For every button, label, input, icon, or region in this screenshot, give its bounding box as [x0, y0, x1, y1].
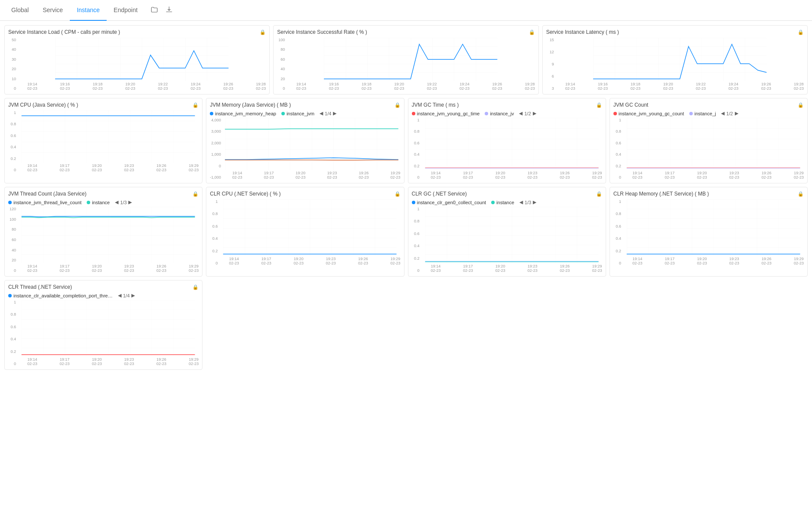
legend-dot	[412, 201, 415, 204]
lock-icon[interactable]: 🔒	[798, 29, 804, 35]
download-icon[interactable]	[163, 4, 175, 17]
legend: instance_clr_gen0_collect_count instance…	[412, 199, 602, 205]
tab-service[interactable]: Service	[36, 0, 70, 21]
legend: instance_jvm_memory_heap instance_jvm ◀ …	[210, 111, 400, 116]
chart-container: 50403020100 19:1402-23 19:	[8, 38, 266, 91]
chart-svg	[421, 118, 602, 170]
legend-item-instance: instance	[87, 200, 110, 205]
lock-icon[interactable]: 🔒	[596, 102, 602, 108]
panel-title: JVM GC Count	[613, 102, 649, 108]
legend-item-young-count: instance_jvm_young_gc_count	[613, 111, 684, 116]
chart-inner: 19:1402-23 19:1602-23 19:1802-23 19:2002…	[287, 38, 535, 91]
row-1: Service Instance Load ( CPM - calls per …	[4, 25, 808, 95]
prev-btn[interactable]: ◀	[519, 199, 523, 205]
lock-icon[interactable]: 🔒	[395, 191, 401, 197]
prev-btn[interactable]: ◀	[118, 293, 121, 298]
y-axis: 10.80.60.40.20	[412, 118, 421, 179]
lock-icon[interactable]: 🔒	[596, 191, 602, 197]
prev-btn[interactable]: ◀	[519, 111, 522, 116]
next-btn[interactable]: ▶	[131, 293, 135, 298]
next-btn[interactable]: ▶	[128, 199, 132, 205]
svg-rect-3	[22, 111, 195, 163]
y-axis: 50403020100	[8, 38, 18, 91]
lock-icon[interactable]: 🔒	[192, 284, 199, 290]
svg-rect-12	[22, 207, 195, 263]
panel-header: CLR GC (.NET Service) 🔒	[412, 191, 602, 197]
lock-icon[interactable]: 🔒	[798, 191, 804, 197]
chart-inner: 19:1402-23 19:1702-23 19:2002-23 19:2302…	[223, 118, 401, 179]
y-axis: 100806040200	[277, 38, 287, 91]
next-btn[interactable]: ▶	[533, 111, 536, 116]
legend-nav: ◀ 1/4 ▶	[118, 293, 135, 298]
chart-inner: 19:1402-23 19:1702-23 19:2002-23 19:2302…	[421, 118, 602, 179]
panel-clr-thread: CLR Thread (.NET Service) 🔒 instance_clr…	[4, 280, 202, 370]
pagination-label: 1/2	[726, 111, 733, 116]
legend-dot	[412, 112, 415, 115]
chart-container: 100806040200 19:1402-23 19:1602-23 19:18…	[277, 38, 535, 91]
x-axis: 19:1402-23 19:1702-23 19:2002-23 19:2302…	[18, 264, 199, 273]
legend-item-j: instance_j	[689, 111, 716, 116]
chart-svg	[556, 38, 804, 81]
legend: instance_jvm_young_gc_time instance_jv ◀…	[412, 111, 602, 116]
panel-header: JVM Thread Count (Java Service) 🔒	[8, 191, 199, 197]
panel-header: CLR CPU (.NET Service) ( % ) 🔒	[210, 191, 400, 197]
tab-endpoint[interactable]: Endpoint	[107, 0, 144, 21]
next-btn[interactable]: ▶	[533, 199, 536, 205]
legend-dot	[8, 294, 12, 297]
chart-container: 4,0003,0002,0001,0000-1,000 19:1402-23	[210, 118, 400, 179]
panel-service-instance-rate: Service Instance Successful Rate ( % ) 🔒…	[273, 25, 538, 95]
panel-service-instance-load: Service Instance Load ( CPM - calls per …	[4, 25, 270, 95]
next-btn[interactable]: ▶	[333, 111, 336, 116]
panel-header: CLR Thread (.NET Service) 🔒	[8, 284, 199, 290]
legend-label: instance_j	[695, 111, 716, 116]
x-axis: 19:1402-23 19:1702-23 19:2002-23 19:2302…	[18, 163, 199, 172]
prev-btn[interactable]: ◀	[721, 111, 724, 116]
y-axis: 4,0003,0002,0001,0000-1,000	[210, 118, 223, 179]
legend-dot	[87, 201, 90, 204]
prev-btn[interactable]: ◀	[115, 199, 118, 205]
panel-header: JVM CPU (Java Service) ( % ) 🔒	[8, 102, 199, 108]
chart-inner: 19:1402-23 19:1702-23 19:2002-23 19:2302…	[18, 207, 199, 273]
chart-inner: 19:1402-23 19:1702-23 19:2002-23 19:2302…	[623, 199, 804, 265]
panel-title: CLR Heap Memory (.NET Service) ( MB )	[613, 191, 709, 197]
x-axis: 19:1402-23 19:1602-23 19:1802-23 19:2002…	[18, 82, 266, 91]
prev-btn[interactable]: ◀	[320, 111, 323, 116]
chart-svg	[623, 199, 804, 256]
y-axis: 10.80.60.40.20	[8, 300, 18, 366]
chart-svg	[421, 207, 602, 263]
panel-header: Service Instance Load ( CPM - calls per …	[8, 29, 266, 35]
pagination-label: 1/2	[524, 111, 531, 116]
lock-icon[interactable]: 🔒	[192, 191, 199, 197]
x-axis: 19:1402-23 19:1702-23 19:2002-23 19:2302…	[421, 264, 602, 273]
next-btn[interactable]: ▶	[735, 111, 738, 116]
legend-label: instance_jvm	[287, 111, 314, 116]
lock-icon[interactable]: 🔒	[395, 102, 401, 108]
chart-svg	[18, 300, 199, 356]
x-axis: 19:1402-23 19:1602-23 19:1802-23 19:2002…	[556, 82, 804, 91]
panel-title: CLR CPU (.NET Service) ( % )	[210, 191, 280, 197]
x-axis: 19:1402-23 19:1702-23 19:2002-23 19:2302…	[421, 171, 602, 179]
lock-icon[interactable]: 🔒	[192, 102, 199, 108]
panel-jvm-gc-time: JVM GC Time ( ms ) 🔒 instance_jvm_young_…	[408, 98, 606, 183]
pagination-label: 1/3	[120, 200, 127, 205]
lock-icon[interactable]: 🔒	[798, 102, 804, 108]
svg-rect-15	[425, 207, 598, 263]
legend-item-jvm: instance_jvm	[281, 111, 314, 116]
legend-item-jv: instance_jv	[485, 111, 514, 116]
chart-svg	[18, 38, 266, 81]
legend-label: instance	[496, 200, 514, 205]
folder-icon[interactable]	[149, 4, 160, 17]
chart-inner: 19:1402-23 19:1702-23 19:2002-23 19:2302…	[421, 207, 602, 273]
svg-rect-0	[55, 38, 228, 81]
svg-rect-2	[593, 38, 766, 81]
legend-label: instance_clr_available_completion_port_t…	[13, 293, 113, 298]
x-axis: 19:1402-23 19:1702-23 19:2002-23 19:2302…	[623, 257, 804, 265]
lock-icon[interactable]: 🔒	[260, 29, 266, 35]
chart-container: 10.80.60.40.20 19:1402-23 19:1702-23 19:…	[210, 199, 400, 265]
top-nav: Global Service Instance Endpoint	[0, 0, 812, 21]
tab-instance[interactable]: Instance	[70, 0, 107, 21]
chart-container: 1512963 19:1402-23 19:1602-23 19:1802-23…	[546, 38, 804, 91]
tab-global[interactable]: Global	[4, 0, 36, 21]
lock-icon[interactable]: 🔒	[529, 29, 535, 35]
legend-nav: ◀ 1/3 ▶	[519, 199, 536, 205]
